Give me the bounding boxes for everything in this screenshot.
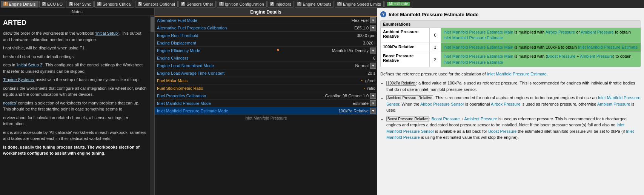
param-label-0: Alternative Fuel Mode bbox=[155, 17, 275, 23]
all-cal-label: All calibrate bbox=[387, 2, 410, 6]
param-row-9[interactable]: Fuel Stoichiometric Ratio~ ratio bbox=[155, 84, 377, 92]
enum-link-1-0[interactable]: Inlet Manifold Pressure Estimate Main bbox=[443, 45, 513, 49]
tab-num-0: 0 bbox=[337, 2, 342, 6]
ambient-p-link-2[interactable]: Ambient Pressure bbox=[464, 117, 497, 121]
tab-label-sensors-critical: Sensors Critical bbox=[103, 2, 132, 6]
param-label-1: Alternative Fuel Properties Calibration bbox=[155, 25, 275, 31]
param-row-6[interactable]: Engine Load Normalised ModeNormal▼ bbox=[155, 62, 377, 69]
param-dropdown-12[interactable]: ▼ bbox=[370, 108, 376, 114]
inlet-manifold-pressure-estimate-link[interactable]: Inlet Manifold Pressure Estimate bbox=[487, 72, 547, 76]
param-value-1: E85.1.0 bbox=[275, 25, 370, 31]
help-panel: ? Inlet Manifold Pressure Estimate Mode … bbox=[377, 8, 644, 195]
ambient-p-link[interactable]: Ambient Pressure bbox=[597, 102, 630, 106]
param-dropdown-10[interactable]: ▼ bbox=[370, 93, 376, 99]
notes-para-6: contains the worksheets that configure a… bbox=[3, 85, 147, 98]
notes-para-9: ent is also accessible by 'All calibrate… bbox=[3, 129, 147, 142]
tab-injectors[interactable]: 8 Injectors bbox=[267, 1, 294, 8]
notes-para-4: eets in 'Initial Setup 2'. This configur… bbox=[3, 62, 147, 74]
bullet-label-100kpa: 100kPa Relative bbox=[386, 81, 416, 86]
enum-link-0-2[interactable]: Airbox Pressure bbox=[546, 30, 575, 34]
enum-link-0-4[interactable]: Ambient Pressure bbox=[581, 30, 613, 34]
param-dropdown-6[interactable]: ▼ bbox=[370, 63, 376, 69]
enum-link-1-2[interactable]: Inlet Manifold Pressure Estimate bbox=[578, 45, 638, 49]
tab-ignition-configuration[interactable]: 7 Ignition Configuration bbox=[217, 1, 267, 8]
tab-all-calibrate[interactable]: All calibrate bbox=[384, 1, 412, 8]
param-row-2[interactable]: Engine Run Threshold300.0 rpm bbox=[155, 32, 377, 39]
param-row-7[interactable]: Engine Load Average Time Constant20 s bbox=[155, 69, 377, 77]
engine-systems-link[interactable]: 'Engine Systems' bbox=[3, 77, 35, 82]
param-label-3: Engine Displacement bbox=[155, 40, 275, 46]
airbox-ps-link[interactable]: Airbox Pressure Sensor bbox=[420, 102, 464, 106]
param-value-6: Normal bbox=[275, 63, 370, 69]
tab-ref-sync[interactable]: 3 Ref Sync bbox=[66, 1, 94, 8]
notes-para-bold: is done, usually the tuning process star… bbox=[3, 144, 147, 157]
tab-num-4: 4 bbox=[97, 2, 101, 6]
tab-engine-outputs[interactable]: 9 Engine Outputs bbox=[295, 1, 334, 8]
enum-desc-1: Inlet Manifold Pressure Estimate Main is… bbox=[441, 43, 641, 52]
param-row-8[interactable]: Fuel Molar Mass~ g/mol bbox=[155, 77, 377, 84]
param-row-0[interactable]: Alternative Fuel ModeFlex Fuel▼ bbox=[155, 17, 377, 24]
notes-header: Notes bbox=[0, 8, 154, 15]
param-dropdown-4[interactable]: ▼ bbox=[370, 48, 376, 54]
enum-name-1: 100kPa Relative bbox=[381, 43, 430, 52]
scroll-thumb[interactable] bbox=[151, 17, 154, 32]
center-panel-title: Engine Details bbox=[155, 8, 377, 17]
enum-num-2: 2 bbox=[430, 52, 441, 67]
tab-engine-speed-limits[interactable]: 0 Engine Speed Limits bbox=[335, 1, 383, 8]
param-row-5[interactable]: Engine Cylinders6 bbox=[155, 54, 377, 62]
notes-para-2: f not visible, will be displayed when us… bbox=[3, 45, 147, 51]
enum-desc-2: Inlet Manifold Pressure Estimate Main is… bbox=[441, 52, 641, 67]
enum-link-2-2[interactable]: Boost Pressure bbox=[547, 54, 575, 58]
tab-num-6: 6 bbox=[181, 2, 186, 6]
enum-desc-0: Inlet Manifold Pressure Estimate Main is… bbox=[441, 28, 641, 43]
param-label-2: Engine Run Threshold bbox=[155, 32, 275, 38]
main-area: Notes ARTED ollow the order of the works… bbox=[0, 8, 644, 195]
param-value-0: Flex Fuel bbox=[275, 17, 370, 23]
enum-link-2-6[interactable]: Inlet Manifold Pressure Estimate bbox=[443, 60, 503, 64]
param-dropdown-0[interactable]: ▼ bbox=[370, 17, 376, 23]
tab-label-ignition: Ignition Configuration bbox=[225, 2, 264, 6]
params-list[interactable]: Alternative Fuel ModeFlex Fuel▼Alternati… bbox=[155, 17, 377, 115]
started-heading: ARTED bbox=[3, 18, 147, 28]
enum-link-2-0[interactable]: Inlet Manifold Pressure Estimate Main bbox=[443, 54, 513, 58]
param-row-3[interactable]: Engine Displacement3.020 l bbox=[155, 39, 377, 47]
enum-link-0-0[interactable]: Inlet Manifold Pressure Estimate Main bbox=[443, 30, 513, 34]
tab-label-ref-sync: Ref Sync bbox=[74, 2, 91, 6]
enum-name-0: Ambient Pressure Relative bbox=[381, 28, 430, 43]
diagnostics-link[interactable]: nostics' bbox=[3, 101, 17, 105]
param-row-12[interactable]: Inlet Manifold Pressure Estimate Mode100… bbox=[155, 107, 377, 115]
enumerations-table: Enumerations Ambient Pressure Relative0I… bbox=[380, 20, 641, 67]
param-row-10[interactable]: Fuel Properties CalibrationGasoline 98 O… bbox=[155, 92, 377, 100]
param-value-10: Gasoline 98 Octane.1.0 bbox=[275, 93, 370, 99]
tab-engine-details[interactable]: 1 Engine Details bbox=[1, 1, 38, 8]
left-scrollbar[interactable] bbox=[150, 15, 154, 195]
airbox-p-link[interactable]: Airbox Pressure bbox=[491, 102, 520, 106]
param-value-2: 300.0 rpm bbox=[275, 32, 377, 38]
tab-sensors-optional[interactable]: 5 Sensors Optional bbox=[135, 1, 178, 8]
tab-sensors-critical[interactable]: 4 Sensors Critical bbox=[94, 1, 134, 8]
initial-setup-link[interactable]: 'Initial Setup' bbox=[95, 31, 119, 35]
enum-link-0-6[interactable]: Inlet Manifold Pressure Estimate bbox=[443, 35, 503, 40]
tab-sensors-other[interactable]: 6 Sensors Other bbox=[178, 1, 216, 8]
help-title-bar: ? Inlet Manifold Pressure Estimate Mode bbox=[380, 11, 641, 17]
enum-row-0: Ambient Pressure Relative0Inlet Manifold… bbox=[381, 28, 641, 43]
notes-para-5: 'Engine Systems' assist with the setup o… bbox=[3, 77, 147, 83]
enum-name-2: Boost Pressure Relative bbox=[381, 52, 430, 67]
param-row-4[interactable]: Engine Efficiency Mode⚑Manifold Air Dens… bbox=[155, 47, 377, 54]
help-description: Defines the reference pressure used for … bbox=[380, 71, 641, 77]
param-dropdown-1[interactable]: ▼ bbox=[370, 25, 376, 31]
notes-para-1: ollow the order of the worksheets in the… bbox=[3, 30, 147, 43]
initial-setup-2-link[interactable]: 'Initial Setup 2' bbox=[16, 63, 43, 67]
param-value-5: 6 bbox=[275, 55, 377, 61]
param-row-1[interactable]: Alternative Fuel Properties CalibrationE… bbox=[155, 24, 377, 32]
boost-p-link-2[interactable]: Boost Pressure bbox=[488, 129, 516, 134]
param-row-11[interactable]: Inlet Manifold Pressure ModeEstimate▼ bbox=[155, 100, 377, 107]
param-dropdown-11[interactable]: ▼ bbox=[370, 100, 376, 106]
enum-link-2-4[interactable]: Ambient Pressure bbox=[580, 54, 613, 58]
help-icon: ? bbox=[380, 11, 386, 17]
tab-label-ecu-io: ECU I/O bbox=[47, 2, 63, 6]
notes-para-3: he should start up with default settings… bbox=[3, 54, 147, 60]
boost-p-link[interactable]: Boost Pressure bbox=[431, 117, 460, 121]
tab-num-1: 1 bbox=[3, 2, 8, 6]
tab-ecu-io[interactable]: 2 ECU I/O bbox=[39, 1, 66, 8]
